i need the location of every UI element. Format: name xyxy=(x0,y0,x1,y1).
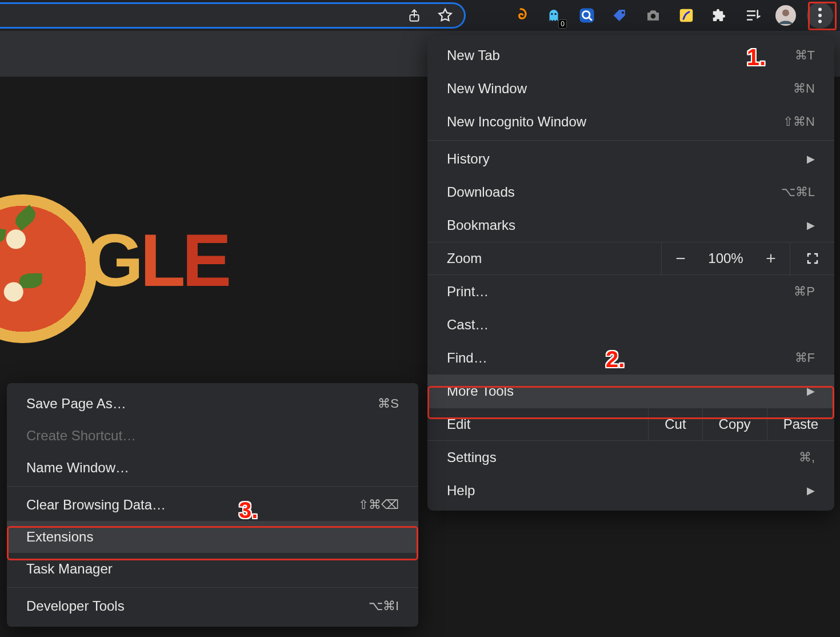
menu-separator xyxy=(427,140,834,141)
google-doodle[interactable]: GLE xyxy=(0,172,200,320)
chevron-right-icon: ▶ xyxy=(807,153,815,165)
menu-item-label: Save Page As… xyxy=(26,396,126,412)
shortcut-label: ⌘F xyxy=(795,351,815,365)
menu-item-label: New Window xyxy=(447,81,793,97)
reading-list-icon[interactable] xyxy=(741,3,765,27)
menu-history[interactable]: History▶ xyxy=(427,142,834,176)
menu-new-tab[interactable]: New Tab⌘T xyxy=(427,39,834,72)
submenu-name-window[interactable]: Name Window… xyxy=(7,452,418,484)
extension-tag-icon[interactable] xyxy=(608,3,632,27)
menu-bookmarks[interactable]: Bookmarks▶ xyxy=(427,209,834,242)
menu-separator xyxy=(7,486,418,487)
edit-copy-button[interactable]: Copy xyxy=(702,408,767,440)
fullscreen-button[interactable] xyxy=(790,242,834,274)
share-icon[interactable] xyxy=(407,8,422,23)
menu-item-label: Developer Tools xyxy=(26,598,125,614)
more-tools-submenu: Save Page As…⌘S Create Shortcut… Name Wi… xyxy=(7,383,418,627)
shortcut-label: ⌥⌘L xyxy=(781,185,815,200)
menu-item-label: Extensions xyxy=(26,529,93,545)
doodle-letters: GLE xyxy=(86,217,228,303)
menu-help[interactable]: Help▶ xyxy=(427,474,834,507)
svg-point-13 xyxy=(818,19,822,23)
menu-item-label: Create Shortcut… xyxy=(26,428,136,444)
submenu-extensions[interactable]: Extensions xyxy=(7,521,418,553)
menu-item-label: Settings xyxy=(447,449,799,465)
edit-paste-button[interactable]: Paste xyxy=(767,408,834,440)
menu-item-label: Task Manager xyxy=(26,561,113,577)
shortcut-label: ⇧⌘⌫ xyxy=(358,497,399,512)
svg-point-6 xyxy=(622,11,624,14)
extension-note-icon[interactable] xyxy=(674,3,698,27)
menu-print[interactable]: Print…⌘P xyxy=(427,275,834,308)
menu-item-label: Edit xyxy=(427,416,648,432)
star-icon[interactable] xyxy=(437,7,454,24)
chevron-right-icon: ▶ xyxy=(807,219,815,232)
extensions-puzzle-icon[interactable] xyxy=(707,3,731,27)
menu-find[interactable]: Find…⌘F xyxy=(427,341,834,375)
shortcut-label: ⌘, xyxy=(799,450,815,465)
shortcut-label: ⌘P xyxy=(794,284,815,299)
svg-rect-8 xyxy=(680,9,693,22)
svg-point-7 xyxy=(651,14,656,19)
menu-item-label: History xyxy=(447,151,801,167)
menu-item-label: More Tools xyxy=(447,383,801,399)
toolbar-extension-icons: 0 xyxy=(509,0,833,31)
menu-item-label: Clear Browsing Data… xyxy=(26,497,166,513)
submenu-developer-tools[interactable]: Developer Tools⌥⌘I xyxy=(7,590,418,622)
extension-ghost-icon[interactable]: 0 xyxy=(542,3,566,27)
menu-separator xyxy=(7,587,418,588)
menu-new-incognito[interactable]: New Incognito Window⇧⌘N xyxy=(427,105,834,138)
menu-item-label: Bookmarks xyxy=(447,217,801,233)
extension-search-icon[interactable] xyxy=(575,3,599,27)
edit-cut-button[interactable]: Cut xyxy=(648,408,702,440)
extension-swirl-icon[interactable] xyxy=(509,3,533,27)
chrome-main-menu: New Tab⌘T New Window⌘N New Incognito Win… xyxy=(427,35,834,511)
menu-item-label: Downloads xyxy=(447,184,781,200)
menu-edit-row: Edit Cut Copy Paste xyxy=(427,408,834,441)
zoom-in-button[interactable]: + xyxy=(752,249,790,268)
menu-zoom-row: Zoom − 100% + xyxy=(427,242,834,275)
svg-point-2 xyxy=(551,13,553,15)
browser-toolbar: 0 xyxy=(0,0,840,31)
menu-item-label: Print… xyxy=(447,284,794,300)
svg-point-3 xyxy=(554,13,557,15)
address-bar-right[interactable] xyxy=(0,2,466,29)
menu-item-label: New Tab xyxy=(447,47,795,63)
menu-more-tools[interactable]: More Tools▶ xyxy=(427,375,834,408)
menu-item-label: Help xyxy=(447,483,801,499)
shortcut-label: ⌘S xyxy=(378,396,399,411)
shortcut-label: ⌘N xyxy=(793,81,815,96)
menu-item-label: Zoom xyxy=(427,250,661,266)
menu-item-label: Name Window… xyxy=(26,460,129,476)
svg-point-11 xyxy=(818,7,822,11)
shortcut-label: ⌥⌘I xyxy=(369,599,399,614)
menu-new-window[interactable]: New Window⌘N xyxy=(427,72,834,105)
menu-cast[interactable]: Cast… xyxy=(427,308,834,341)
menu-settings[interactable]: Settings⌘, xyxy=(427,441,834,474)
chevron-right-icon: ▶ xyxy=(807,385,815,397)
extension-camera-icon[interactable] xyxy=(641,3,665,27)
profile-avatar[interactable] xyxy=(774,3,798,27)
svg-point-12 xyxy=(818,14,822,17)
shortcut-label: ⌘T xyxy=(795,48,815,63)
shortcut-label: ⇧⌘N xyxy=(783,114,815,129)
chevron-right-icon: ▶ xyxy=(807,484,815,497)
extension-badge: 0 xyxy=(558,19,567,29)
menu-downloads[interactable]: Downloads⌥⌘L xyxy=(427,176,834,209)
submenu-task-manager[interactable]: Task Manager xyxy=(7,553,418,585)
submenu-clear-data[interactable]: Clear Browsing Data…⇧⌘⌫ xyxy=(7,489,418,521)
menu-item-label: New Incognito Window xyxy=(447,114,783,130)
submenu-save-page[interactable]: Save Page As…⌘S xyxy=(7,388,418,420)
menu-item-label: Cast… xyxy=(447,317,815,333)
menu-item-label: Find… xyxy=(447,350,795,366)
submenu-create-shortcut: Create Shortcut… xyxy=(7,420,418,452)
svg-point-10 xyxy=(782,10,789,17)
zoom-out-button[interactable]: − xyxy=(662,249,699,268)
chrome-menu-button[interactable] xyxy=(807,2,833,29)
zoom-value: 100% xyxy=(699,250,752,266)
